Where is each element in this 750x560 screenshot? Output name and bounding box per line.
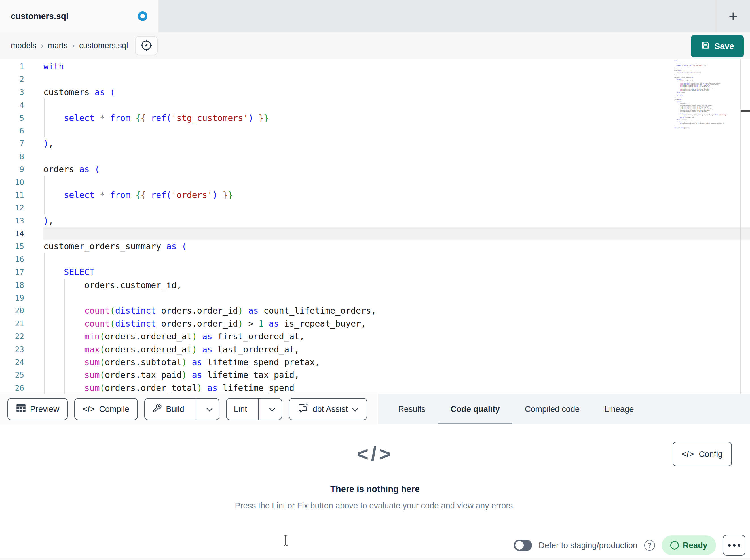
compass-icon [140,39,153,53]
code-line-18[interactable]: 18 orders.customer_id, [0,279,750,291]
line-number: 6 [0,124,24,137]
text-cursor-icon [282,534,289,547]
compile-button[interactable]: </> Compile [74,398,138,420]
code-line-23[interactable]: 23 max(orders.ordered_at) as last_ordere… [0,343,750,356]
code-brackets-icon: </> [83,405,95,414]
code-line-7[interactable]: 7), [0,137,750,150]
lint-button[interactable]: Lint [226,398,255,419]
help-icon[interactable]: ? [644,540,655,551]
line-number: 8 [0,150,24,163]
save-button[interactable]: Save [691,35,744,57]
dot-icon [733,544,735,547]
minimap-code: with customers as ( select * from {{ ref… [674,60,731,129]
code-line-24[interactable]: 24 sum(orders.subtotal) as lifetime_spen… [0,356,750,369]
build-label: Build [166,405,184,414]
breadcrumb-models[interactable]: models [11,41,36,50]
breadcrumb-marts[interactable]: marts [48,41,68,50]
code-line-3[interactable]: 3customers as ( [0,86,750,99]
code-line-22[interactable]: 22 min(orders.ordered_at) as first_order… [0,330,750,343]
code-line-8[interactable]: 8 [0,150,750,163]
build-split-button: Build [144,398,219,420]
lint-split-button: Lint [226,398,282,420]
code-line-4[interactable]: 4 [0,99,750,111]
code-brackets-icon: </> [682,450,694,459]
tab-strip: customers.sql + [0,0,750,32]
line-number: 12 [0,201,24,214]
breadcrumb: models › marts › customers.sql [11,32,128,59]
code-line-2[interactable]: 2 [0,73,750,86]
code-line-17[interactable]: 17 SELECT [0,266,750,278]
line-number: 15 [0,240,24,253]
bottom-strip [0,558,750,560]
code-line-9[interactable]: 9orders as ( [0,163,750,175]
compass-button[interactable] [135,36,158,55]
code-line-26[interactable]: 26 sum(orders.order_total) as lifetime_s… [0,381,750,394]
line-number: 22 [0,330,24,343]
more-options-button[interactable] [723,535,746,556]
code-line-5[interactable]: 5 select * from {{ ref('stg_customers') … [0,111,750,124]
chevron-down-icon [352,405,359,414]
status-label: Ready [683,541,708,550]
line-number: 21 [0,317,24,330]
empty-state-description: Press the Lint or Fix button above to ev… [0,501,750,511]
build-button[interactable]: Build [145,398,192,419]
line-number: 3 [0,86,24,99]
preview-button[interactable]: Preview [7,398,68,420]
code-line-25[interactable]: 25 sum(orders.tax_paid) as lifetime_tax_… [0,369,750,381]
defer-toggle[interactable] [514,540,532,551]
tab-code-quality[interactable]: Code quality [438,394,512,424]
code-line-10[interactable]: 10 [0,176,750,189]
wrench-icon [152,403,162,415]
new-tab-button[interactable]: + [716,0,750,32]
code-line-1[interactable]: 1with [0,60,750,73]
lint-dropdown-button[interactable] [263,398,281,419]
save-label: Save [714,41,734,51]
empty-state-title: There is nothing here [0,484,750,494]
line-number: 10 [0,176,24,189]
breadcrumb-file[interactable]: customers.sql [79,41,128,50]
chevron-down-icon [269,405,276,414]
code-brackets-icon: </> [0,443,750,465]
tab-lineage[interactable]: Lineage [592,394,646,424]
line-number: 19 [0,291,24,304]
code-lines: 1with23customers as (45 select * from {{… [0,59,750,394]
code-line-21[interactable]: 21 count(distinct orders.order_id) > 1 a… [0,317,750,330]
code-quality-panel: </> There is nothing here Press the Lint… [0,424,750,532]
line-number: 9 [0,163,24,175]
breadcrumb-separator: › [72,42,75,50]
code-line-12[interactable]: 12 [0,201,750,214]
code-line-15[interactable]: 15customer_orders_summary as ( [0,240,750,253]
preview-label: Preview [30,405,59,414]
tab-results[interactable]: Results [386,394,438,424]
minimap[interactable]: with customers as ( select * from {{ ref… [674,60,731,129]
tab-compiled-code[interactable]: Compiled code [512,394,592,424]
line-number: 16 [0,253,24,266]
status-bar-right: Defer to staging/production ? Ready [514,532,746,558]
config-button[interactable]: </> Config [673,442,732,466]
code-line-19[interactable]: 19 [0,291,750,304]
line-number: 25 [0,369,24,381]
line-number: 24 [0,356,24,369]
breadcrumb-separator: › [41,42,43,50]
scrollbar-thumb[interactable] [741,110,750,112]
code-line-20[interactable]: 20 count(distinct orders.order_id) as co… [0,304,750,317]
dot-icon [728,544,731,547]
status-bar: Defer to staging/production ? Ready [0,532,750,558]
editor-toolbar: Preview </> Compile Build [0,394,750,424]
dbt-assist-label: dbt Assist [313,405,348,414]
code-line-13[interactable]: 13), [0,214,750,227]
code-line-14[interactable]: 14 [0,227,750,240]
split-divider [258,398,259,419]
line-number: 7 [0,137,24,150]
toolbar-divider [378,394,378,424]
code-line-11[interactable]: 11 select * from {{ ref('orders') }} [0,189,750,201]
compile-label: Compile [99,405,129,414]
code-line-6[interactable]: 6 [0,124,750,137]
code-editor[interactable]: 1with23customers as (45 select * from {{… [0,59,750,394]
lint-label: Lint [234,405,247,414]
toggle-knob [515,541,524,549]
code-line-16[interactable]: 16 [0,253,750,266]
tab-customers-sql[interactable]: customers.sql [0,0,158,32]
build-dropdown-button[interactable] [200,398,219,419]
dbt-assist-button[interactable]: dbt Assist [289,398,367,420]
